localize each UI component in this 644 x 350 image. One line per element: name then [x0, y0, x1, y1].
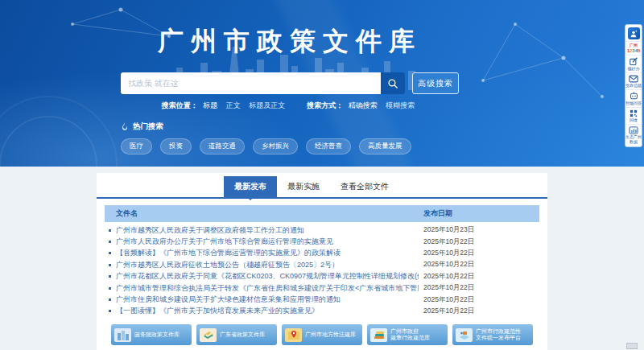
- bullet-icon: [109, 275, 111, 278]
- hot-tag-medical[interactable]: 医疗: [121, 138, 152, 154]
- toolbar-item-label: 党政信箱: [625, 83, 642, 88]
- search-location-label: 搜索位置：: [162, 101, 198, 109]
- filter-option-exact[interactable]: 精确搜索: [349, 101, 378, 109]
- bullet-icon: [109, 264, 111, 266]
- banner-label-line1: 广州市政府: [390, 328, 419, 334]
- banner-label: 广州市地方性法规库: [305, 331, 356, 337]
- book-stack-icon: [370, 328, 387, 342]
- document-title-link[interactable]: 广州市城市管理和综合执法局关于转发《广东省住房和城乡建设厅关于印发<广东省城市地…: [116, 283, 419, 294]
- tab-latest-published[interactable]: 最新发布: [224, 176, 277, 197]
- banner-gov-rules-library[interactable]: 广州市政府 规章行政规范库: [367, 324, 448, 345]
- advanced-search-button[interactable]: 高级搜索: [412, 72, 459, 94]
- hot-search-tags: 医疗 投资 道路交通 乡村振兴 经济普查 高质量发展: [121, 138, 459, 154]
- hot-search-section: 热门搜索 医疗 投资 道路交通 乡村振兴 经济普查 高质量发展: [121, 121, 459, 154]
- flame-icon: [121, 122, 129, 132]
- hotline-number-label: 12345: [627, 48, 641, 54]
- document-title-link[interactable]: 广州市花都区人民政府关于同意《花都区CK0203、CK0907规划管理单元控制性…: [116, 271, 419, 282]
- document-title-link[interactable]: 广州市住房和城乡建设局关于扩大绿色建材信息采集和应用管理的通知: [116, 294, 419, 305]
- search-button[interactable]: [381, 72, 405, 94]
- document-date: 2025年10月22日: [419, 237, 539, 247]
- hotline-12345-button[interactable]: 广州 12345: [625, 43, 642, 56]
- banner-label-line1: 广州市行政规范性: [476, 328, 521, 334]
- toolbar-item-label: 回馈: [630, 117, 638, 122]
- suihaoban-app-button[interactable]: 穗好办: [625, 57, 642, 73]
- bullet-icon: [109, 310, 111, 312]
- table-row[interactable]: 广州市住房和城乡建设局关于扩大绿色建材信息采集和应用管理的通知 2025年10月…: [105, 294, 539, 305]
- document-date: 2025年10月22日: [419, 260, 539, 270]
- banner-local-regulations-library[interactable]: 广州市地方性法规库: [282, 324, 362, 345]
- hot-search-label: 热门搜索: [133, 121, 163, 132]
- filter-option-title-and-body[interactable]: 标题及正文: [249, 101, 285, 109]
- pencil-edit-icon: [630, 57, 638, 66]
- banner-label: 国务院政策文件库: [134, 331, 180, 337]
- eco-guangzhou-data-button[interactable]: 生态广州 数据: [625, 126, 642, 145]
- table-row[interactable]: 广州市花都区人民政府关于同意《花都区CK0203、CK0907规划管理单元控制性…: [105, 271, 539, 282]
- table-row[interactable]: 广州市越秀区人民政府征收土地预公告（穗越府征预告〔2025〕2号） 2025年1…: [105, 259, 539, 270]
- table-row[interactable]: 【一图读懂】《广州市关于加快培育发展未来产业的实施意见》 2025年10月22日: [105, 306, 539, 317]
- document-list: 广州市越秀区人民政府关于调整区政府领导工作分工的通知 2025年10月23日 广…: [105, 224, 539, 317]
- bullet-icon: [109, 229, 111, 232]
- smart-qa-button[interactable]: 智能问答: [625, 92, 642, 108]
- hot-tag-rural-revitalization[interactable]: 乡村振兴: [253, 138, 298, 154]
- hot-tag-road-traffic[interactable]: 道路交通: [200, 138, 245, 154]
- bullet-icon: [109, 241, 111, 243]
- document-title-link[interactable]: 【一图读懂】《广州市关于加快培育发展未来产业的实施意见》: [116, 306, 419, 316]
- envelope-icon: [629, 75, 638, 83]
- banner-label-line2: 规章行政规范库: [390, 335, 430, 340]
- column-header-filename: 文件名: [105, 208, 419, 219]
- document-title-link[interactable]: 广州市越秀区人民政府征收土地预公告（穗越府征预告〔2025〕2号）: [116, 260, 419, 270]
- robot-icon: [630, 92, 638, 101]
- document-list-card: 最新发布 最新实施 查看全部文件 文件名 发布日期 广州市越秀区人民政府关于调整…: [97, 173, 547, 350]
- tab-latest-implemented[interactable]: 最新实施: [277, 176, 330, 197]
- scroll-corner-widget: [626, 343, 638, 349]
- tab-view-all-documents[interactable]: 查看全部文件: [330, 176, 399, 197]
- qr-matrix-button[interactable]: 回馈: [625, 109, 642, 125]
- hero-banner: 广州市政策文件库: [0, 0, 644, 167]
- toolbar-item-label2: 数据: [630, 139, 638, 144]
- ai-assistant-icon: [628, 27, 640, 39]
- bullet-icon: [109, 252, 111, 254]
- column-header-date: 发布日期: [419, 208, 539, 219]
- document-date: 2025年10月22日: [419, 249, 539, 258]
- ai-assistant-button[interactable]: [625, 27, 642, 42]
- tab-bar: 最新发布 最新实施 查看全部文件: [97, 176, 547, 199]
- hot-tag-economic-census[interactable]: 经济普查: [306, 138, 351, 154]
- related-links-banners: 国务院政策文件库 广东省政策文件库 广州市地方性法规库 广州市政府 规章行政规范…: [111, 324, 533, 345]
- table-header: 文件名 发布日期: [105, 205, 539, 222]
- books-icon: [200, 328, 217, 342]
- toolbar-item-label: 智能问答: [625, 101, 642, 105]
- map-pin-icon: [285, 328, 302, 342]
- table-row[interactable]: 广州市城市管理和综合执法局关于转发《广东省住房和城乡建设厅关于印发<广东省城市地…: [105, 282, 539, 294]
- banner-unified-publish-platform[interactable]: 广州市行政规范性 文件统一发布平台: [452, 324, 533, 345]
- document-date: 2025年10月22日: [419, 272, 539, 282]
- floating-toolbar: 广州 12345 穗好办 党政信箱 智能问答 回馈: [625, 24, 642, 147]
- qr-code-icon: [630, 109, 638, 117]
- document-date: 2025年10月22日: [419, 307, 539, 316]
- table-row[interactable]: 广州市人民政府办公厅关于广州市地下综合管廊运行管理的实施意见 2025年10月2…: [105, 236, 539, 247]
- banner-state-council-library[interactable]: 国务院政策文件库: [111, 324, 192, 345]
- table-row[interactable]: 广州市越秀区人民政府关于调整区政府领导工作分工的通知 2025年10月23日: [105, 224, 539, 236]
- document-date: 2025年10月22日: [419, 295, 539, 305]
- document-title-link[interactable]: 【音频解读】《广州市地下综合管廊运营管理的实施意见》的政策解读: [116, 248, 419, 258]
- search-icon: [387, 78, 398, 89]
- mailbox-button[interactable]: 党政信箱: [625, 75, 642, 90]
- search-bar: 高级搜索: [121, 72, 459, 94]
- toolbar-item-label: 穗好办: [628, 66, 640, 71]
- bullet-icon: [109, 287, 111, 290]
- document-date: 2025年10月22日: [419, 283, 539, 293]
- banner-label: 广东省政策文件库: [220, 331, 265, 337]
- hot-tag-investment[interactable]: 投资: [160, 138, 192, 154]
- filter-option-title[interactable]: 标题: [203, 101, 217, 109]
- document-title-link[interactable]: 广州市越秀区人民政府关于调整区政府领导工作分工的通知: [116, 225, 419, 236]
- hot-tag-high-quality-dev[interactable]: 高质量发展: [359, 138, 411, 154]
- table-row[interactable]: 【音频解读】《广州市地下综合管廊运营管理的实施意见》的政策解读 2025年10月…: [105, 248, 539, 259]
- bar-chart-icon: [629, 126, 638, 134]
- document-title-link[interactable]: 广州市人民政府办公厅关于广州市地下综合管廊运行管理的实施意见: [116, 237, 419, 247]
- filter-option-fuzzy[interactable]: 模糊搜索: [386, 101, 415, 109]
- search-input[interactable]: [121, 72, 381, 94]
- search-mode-label: 搜索方式：: [307, 101, 343, 109]
- banner-guangdong-library[interactable]: 广东省政策文件库: [196, 324, 277, 345]
- platform-icon: [456, 328, 473, 342]
- filter-option-body[interactable]: 正文: [226, 101, 241, 109]
- building-icon: [114, 328, 131, 342]
